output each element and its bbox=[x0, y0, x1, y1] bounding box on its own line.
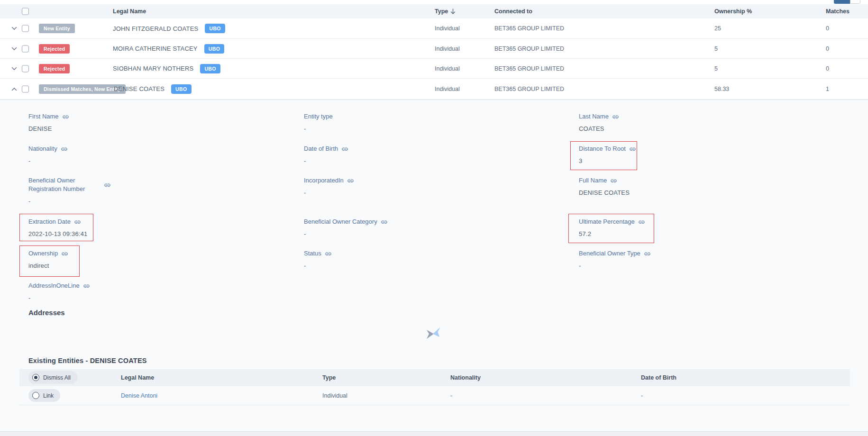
chevron-up-icon[interactable] bbox=[11, 87, 17, 91]
field-label: Extraction Date bbox=[28, 218, 71, 226]
view-toggle[interactable] bbox=[834, 0, 860, 4]
link-icon[interactable] bbox=[644, 250, 651, 257]
link-icon[interactable] bbox=[629, 145, 636, 153]
link-icon[interactable] bbox=[61, 145, 68, 153]
column-type-sort[interactable]: Type bbox=[435, 8, 456, 15]
field-label: Beneficial Owner Type bbox=[579, 249, 640, 258]
existing-entities-header: Dismiss All Legal Name Type Nationality … bbox=[19, 369, 850, 386]
radio-selected-icon bbox=[32, 374, 39, 381]
status-badge: Rejected bbox=[39, 44, 70, 54]
connected-to-cell: BET365 GROUP LIMITED bbox=[494, 65, 564, 72]
existing-entity-nationality: - bbox=[450, 392, 452, 399]
column-legal-name: Legal Name bbox=[113, 8, 146, 15]
chevron-down-icon[interactable] bbox=[11, 47, 17, 51]
connected-to-cell: BET365 GROUP LIMITED bbox=[494, 25, 564, 32]
link-icon[interactable] bbox=[325, 250, 332, 257]
field-value: - bbox=[304, 125, 333, 132]
ownership-cell: 25 bbox=[714, 25, 721, 32]
table-row[interactable]: New Entity JOHN FITZGERALD COATES UBO In… bbox=[0, 18, 868, 39]
field-label: Beneficial Owner Registration Number bbox=[28, 176, 101, 193]
x-star-logo-icon bbox=[425, 327, 441, 341]
matches-cell: 0 bbox=[826, 65, 829, 72]
field-distance-to-root: Distance To Root 3 bbox=[579, 145, 636, 164]
status-badge: New Entity bbox=[39, 24, 75, 33]
column-connected-to: Connected to bbox=[494, 8, 532, 15]
ownership-cell: 5 bbox=[714, 45, 718, 52]
link-icon[interactable] bbox=[638, 218, 645, 226]
column-matches: Matches bbox=[826, 8, 850, 15]
view-toggle-active-segment[interactable] bbox=[834, 0, 850, 4]
matches-cell: 0 bbox=[826, 25, 829, 32]
row-checkbox[interactable] bbox=[22, 45, 29, 52]
row-checkbox[interactable] bbox=[22, 85, 29, 92]
ownership-cell: 5 bbox=[714, 65, 718, 72]
chevron-down-icon[interactable] bbox=[11, 27, 17, 30]
entity-name: DENISE COATES bbox=[114, 85, 164, 92]
field-value: - bbox=[28, 157, 68, 164]
field-value: 3 bbox=[579, 157, 636, 164]
field-label: Ultimate Percentage bbox=[579, 218, 635, 226]
row-checkbox[interactable] bbox=[22, 65, 29, 72]
field-value: 2022-10-13 09:36:41 bbox=[28, 230, 88, 237]
field-value: indirect bbox=[28, 262, 68, 269]
field-value: DENISE COATES bbox=[579, 189, 630, 196]
ubo-badge: UBO bbox=[171, 84, 192, 94]
existing-entity-type: Individual bbox=[322, 392, 347, 399]
field-label: Full Name bbox=[579, 176, 607, 185]
field-label: AddressInOneLine bbox=[28, 282, 80, 290]
link-icon[interactable] bbox=[62, 113, 69, 120]
link-icon[interactable] bbox=[104, 182, 111, 189]
field-value: - bbox=[28, 294, 90, 301]
link-icon[interactable] bbox=[612, 113, 619, 120]
existing-entity-name-link[interactable]: Denise Antoni bbox=[121, 392, 157, 399]
field-status: Status - bbox=[304, 249, 332, 269]
link-icon[interactable] bbox=[381, 218, 388, 226]
field-address-in-one-line: AddressInOneLine - bbox=[28, 282, 90, 301]
field-value: 57.2 bbox=[579, 230, 645, 237]
field-value: - bbox=[28, 198, 140, 205]
link-icon[interactable] bbox=[341, 145, 348, 153]
table-row-expanded[interactable]: Dismissed Matches, New Entity DENISE COA… bbox=[0, 79, 868, 100]
entity-review-page: Legal Name Type Connected to Ownership %… bbox=[0, 0, 868, 436]
link-icon[interactable] bbox=[83, 282, 90, 290]
status-badge: Dismissed Matches, New Entity bbox=[39, 84, 126, 94]
link-icon[interactable] bbox=[347, 177, 354, 184]
ubo-badge: UBO bbox=[204, 44, 225, 54]
entity-detail-panel: First Name DENISE Entity type - Last Nam… bbox=[0, 100, 868, 431]
field-ownership: Ownership indirect bbox=[28, 249, 68, 269]
field-label: Beneficial Owner Category bbox=[304, 218, 377, 226]
select-all-checkbox[interactable] bbox=[22, 8, 29, 15]
view-toggle-inactive-segment[interactable] bbox=[850, 0, 860, 4]
field-value: - bbox=[304, 189, 354, 196]
ubo-badge: UBO bbox=[200, 64, 220, 73]
table-row[interactable]: Rejected MOIRA CATHERINE STACEY UBO Indi… bbox=[0, 39, 868, 59]
field-value: COATES bbox=[579, 125, 619, 132]
field-value: - bbox=[579, 262, 651, 269]
row-checkbox[interactable] bbox=[22, 25, 29, 32]
addresses-heading: Addresses bbox=[28, 309, 65, 317]
field-bo-category: Beneficial Owner Category - bbox=[304, 218, 388, 237]
link-icon[interactable] bbox=[610, 177, 617, 184]
connected-to-cell: BET365 GROUP LIMITED bbox=[494, 86, 564, 92]
dismiss-all-radio[interactable]: Dismiss All bbox=[28, 371, 77, 384]
field-last-name: Last Name COATES bbox=[579, 112, 619, 132]
existing-entity-dob: - bbox=[641, 392, 643, 399]
chevron-down-icon[interactable] bbox=[11, 67, 17, 71]
column-date-of-birth: Date of Birth bbox=[641, 374, 676, 381]
status-badge: Rejected bbox=[39, 64, 70, 73]
table-row[interactable]: Rejected SIOBHAN MARY NOTHERS UBO Indivi… bbox=[0, 59, 868, 79]
link-radio[interactable]: Link bbox=[28, 389, 60, 402]
field-full-name: Full Name DENISE COATES bbox=[579, 176, 630, 196]
ubo-badge: UBO bbox=[205, 24, 225, 33]
link-icon[interactable] bbox=[74, 218, 81, 226]
entity-name: SIOBHAN MARY NOTHERS bbox=[113, 65, 193, 72]
connected-to-cell: BET365 GROUP LIMITED bbox=[494, 45, 564, 52]
field-entity-type: Entity type - bbox=[304, 112, 333, 132]
link-icon[interactable] bbox=[61, 250, 68, 257]
field-bo-type: Beneficial Owner Type - bbox=[579, 249, 651, 269]
ownership-cell: 58.33 bbox=[714, 86, 729, 92]
column-nationality: Nationality bbox=[450, 374, 481, 381]
column-ownership-pct: Ownership % bbox=[714, 8, 752, 15]
entity-name: MOIRA CATHERINE STACEY bbox=[113, 45, 198, 52]
existing-entity-row[interactable]: Link Denise Antoni Individual - - bbox=[19, 386, 850, 405]
